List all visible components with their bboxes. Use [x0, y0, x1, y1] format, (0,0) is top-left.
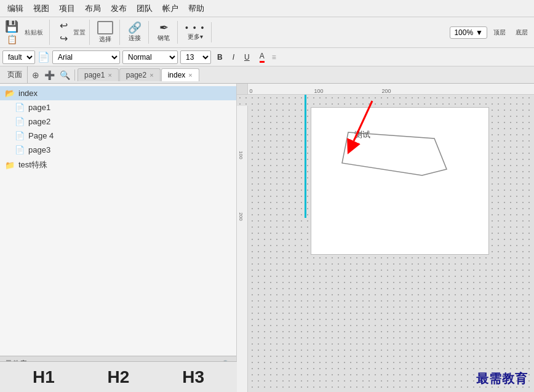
underline-button[interactable]: U	[241, 52, 253, 63]
menu-item-edit[interactable]: 编辑	[2, 2, 28, 15]
menu-item-layout[interactable]: 布局	[80, 2, 106, 15]
connect-icon: 🔗	[128, 22, 141, 33]
page-tree: 📂 index 📄 page1 📄 page2 📄 Page 4 📄 page3…	[0, 84, 236, 356]
select-label: 选择	[99, 35, 111, 44]
more-icon: • • •	[185, 23, 205, 32]
toolbar: 💾 📋 粘贴板 ↩ ↪ 置置 选择 🔗 连接	[0, 17, 534, 48]
arrange-label: 置置	[73, 28, 86, 37]
menu-item-view[interactable]: 视图	[28, 2, 54, 15]
clipboard-group: 💾 📋 粘贴板	[2, 20, 50, 45]
font-color-indicator	[260, 61, 265, 63]
zoom-dropdown-icon[interactable]: ▼	[476, 28, 483, 37]
more-button[interactable]: • • • 更多▾	[183, 22, 207, 42]
ruler-mark-v-100: 100	[238, 151, 244, 159]
pen-button[interactable]: ✒ 钢笔	[154, 21, 173, 44]
add-page-icon[interactable]: ➕	[42, 70, 57, 81]
ruler-corner	[237, 84, 248, 94]
pen-icon: ✒	[159, 22, 169, 33]
tree-item-page3[interactable]: 📄 page3	[0, 143, 236, 157]
menu-item-help[interactable]: 帮助	[183, 2, 209, 15]
bottom-layer-button[interactable]: 底层	[512, 27, 532, 38]
bottom-label-h2[interactable]: H2	[108, 367, 130, 387]
main-layout: 📂 index 📄 page1 📄 page2 📄 Page 4 📄 page3…	[0, 84, 534, 392]
connect-group: 🔗 连接	[125, 21, 149, 44]
tree-item-index-label: index	[18, 89, 38, 98]
watermark: 最需教育	[476, 370, 528, 387]
font-color-button[interactable]: A	[256, 50, 268, 64]
copy-button[interactable]: 📋	[2, 34, 21, 45]
bottom-label-h3[interactable]: H3	[182, 367, 204, 387]
ruler-mark-200: 200	[381, 88, 391, 94]
font-select[interactable]: Arial	[52, 50, 120, 64]
cyan-line	[305, 95, 306, 218]
tree-item-page4-label: Page 4	[28, 131, 54, 140]
more-label: 更多▾	[188, 33, 203, 41]
tab-page2[interactable]: page2 ×	[119, 68, 161, 81]
undo-icon: ↩	[60, 21, 68, 31]
folder-open-icon: 📂	[5, 89, 15, 98]
tab-index[interactable]: index ×	[161, 68, 199, 81]
save-button[interactable]: 💾	[2, 20, 21, 33]
more-group: • • • 更多▾	[183, 22, 212, 42]
para-style-select[interactable]: Normal	[122, 50, 178, 64]
menu-bar: 编辑 视图 项目 布局 发布 团队 帐户 帮助	[0, 0, 534, 17]
save-icon: 💾	[5, 21, 18, 32]
tab-bar-actions: ⊕ ➕ 🔍	[28, 70, 75, 81]
undo-button[interactable]: ↩	[55, 20, 72, 32]
tab-page1-close[interactable]: ×	[108, 71, 111, 79]
pages-label: 页面	[2, 66, 28, 83]
menu-item-publish[interactable]: 发布	[106, 2, 132, 15]
pen-group: ✒ 钢笔	[154, 21, 178, 44]
file-icon-page3: 📄	[15, 145, 25, 154]
zoom-value: 100%	[454, 28, 473, 37]
undo-redo: ↩ ↪	[55, 20, 72, 45]
zoom-control[interactable]: 100% ▼	[450, 26, 487, 39]
style-select[interactable]: fault	[2, 50, 35, 64]
italic-button[interactable]: I	[229, 52, 238, 63]
tab-page1-label: page1	[84, 71, 105, 79]
tree-item-test[interactable]: 📁 test特殊	[0, 157, 236, 173]
format-bar: fault 📄 Arial Normal 13 B I U A ≡	[0, 48, 534, 66]
tree-item-page4[interactable]: 📄 Page 4	[0, 129, 236, 143]
search-page-icon[interactable]: 🔍	[58, 70, 72, 81]
format-icon[interactable]: 📄	[38, 51, 50, 63]
select-icon	[97, 21, 113, 34]
pen-label: 钢笔	[157, 34, 170, 42]
bold-button[interactable]: B	[213, 52, 226, 63]
left-panel: 📂 index 📄 page1 📄 page2 📄 Page 4 📄 page3…	[0, 84, 237, 392]
tab-index-close[interactable]: ×	[188, 71, 192, 79]
tab-page2-label: page2	[126, 71, 146, 79]
connect-button[interactable]: 🔗 连接	[125, 21, 145, 44]
bottom-label-h1[interactable]: H1	[33, 367, 55, 387]
select-group: 选择	[95, 20, 120, 45]
menu-item-account[interactable]: 帐户	[157, 2, 183, 15]
tree-item-page1-label: page1	[28, 103, 50, 112]
ruler-mark-0: 0	[249, 88, 252, 94]
connect-label: 连接	[129, 34, 141, 42]
top-layer-button[interactable]: 顶层	[490, 27, 509, 38]
tree-item-page2-label: page2	[28, 117, 50, 126]
clipboard-text: 粘贴板	[25, 28, 43, 37]
redo-icon: ↪	[60, 34, 68, 44]
history-group: ↩ ↪ 置置	[55, 20, 90, 45]
new-page-icon[interactable]: ⊕	[30, 70, 41, 81]
vertical-ruler: 100 200	[237, 106, 248, 392]
tree-item-test-label: test特殊	[18, 159, 47, 170]
page-white: 测试	[311, 107, 489, 255]
menu-item-team[interactable]: 团队	[132, 2, 157, 15]
redo-button[interactable]: ↪	[55, 33, 72, 45]
select-button[interactable]: 选择	[95, 20, 116, 45]
tab-index-label: index	[168, 71, 186, 79]
font-size-select[interactable]: 13	[180, 50, 211, 64]
menu-item-project[interactable]: 项目	[54, 2, 80, 15]
tree-item-page3-label: page3	[28, 145, 50, 154]
tabs-area: page1 × page2 × index ×	[75, 68, 199, 81]
tree-item-page1[interactable]: 📄 page1	[0, 100, 236, 114]
tab-page1[interactable]: page1 ×	[78, 68, 119, 81]
tree-item-index[interactable]: 📂 index	[0, 86, 236, 100]
top-layer-label: 顶层	[493, 28, 506, 37]
tab-page2-close[interactable]: ×	[149, 71, 153, 79]
tree-item-page2[interactable]: 📄 page2	[0, 114, 236, 129]
bottom-bar: H1 H2 H3	[0, 361, 237, 392]
horizontal-ruler: 0 100 200	[237, 84, 534, 95]
